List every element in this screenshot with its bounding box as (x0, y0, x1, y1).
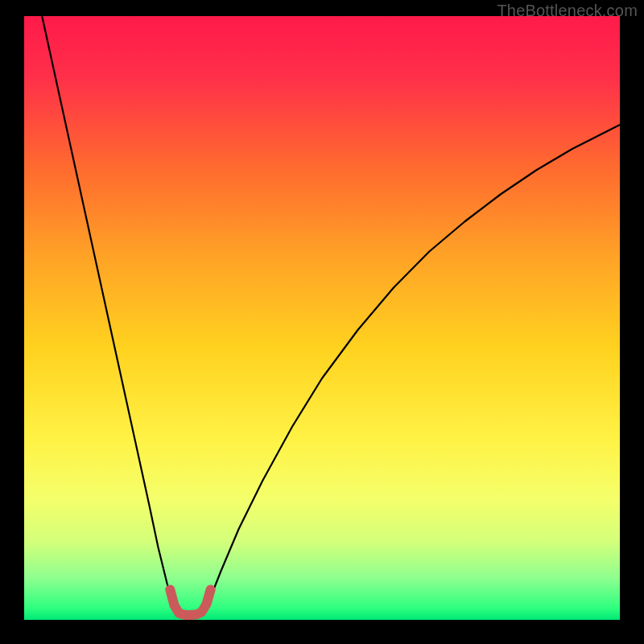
watermark-text: TheBottleneck.com (497, 2, 638, 20)
chart-svg (24, 16, 620, 620)
chart-area (24, 16, 620, 620)
gradient-background (24, 16, 620, 620)
outer-frame: TheBottleneck.com (0, 0, 644, 644)
